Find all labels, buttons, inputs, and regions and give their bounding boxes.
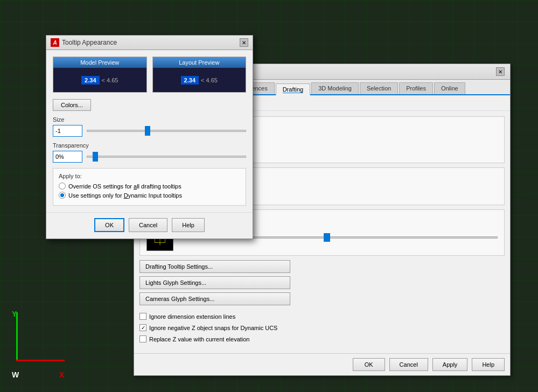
- axis-y-label: Y: [12, 310, 17, 318]
- tooltip-title-text: Tooltip Appearance: [62, 39, 117, 46]
- model-value2: < 4.65: [102, 77, 118, 83]
- tooltip-body: Model Preview 2.34 < 4.65 Layout Preview…: [46, 50, 253, 212]
- model-value1: 2.34: [81, 76, 99, 85]
- tooltip-dialog-buttons: OK Cancel Help: [46, 212, 253, 239]
- tab-drafting[interactable]: Drafting: [276, 83, 311, 95]
- axis-x-label: X: [59, 370, 64, 379]
- options-apply-button[interactable]: Apply: [432, 358, 468, 371]
- tooltip-appearance-dialog: A Tooltip Appearance ✕ Model Preview 2.3…: [46, 35, 253, 239]
- tooltip-title-left: A Tooltip Appearance: [51, 38, 117, 47]
- ignore-dimension-row: Ignore dimension extension lines: [139, 313, 505, 320]
- ignore-negative-z-checkbox[interactable]: [139, 324, 146, 331]
- ignore-dimension-checkbox[interactable]: [139, 313, 146, 320]
- tab-profiles[interactable]: Profiles: [399, 82, 433, 94]
- layout-value2: < 4.65: [201, 77, 218, 83]
- layout-preview-content: 2.34 < 4.65: [153, 68, 246, 92]
- apply-option2-label: Use settings only for Dynamic Input tool…: [68, 192, 182, 199]
- size-input-row: [53, 125, 246, 137]
- axis-y-line: [16, 312, 18, 361]
- replace-z-checkbox[interactable]: [139, 335, 146, 342]
- size-input[interactable]: [53, 125, 82, 137]
- tab-selection[interactable]: Selection: [360, 82, 398, 94]
- layout-preview-header: Layout Preview: [153, 57, 246, 68]
- tab-3d-modeling[interactable]: 3D Modeling: [311, 82, 359, 94]
- options-help-button[interactable]: Help: [472, 358, 505, 371]
- axis-x-line: [16, 360, 65, 361]
- transparency-label: Transparency: [53, 142, 246, 149]
- apply-option2-underline: D: [124, 192, 128, 199]
- apply-to-label: Apply to:: [59, 173, 240, 179]
- colors-button[interactable]: Colors...: [53, 99, 91, 111]
- tooltip-cancel-button[interactable]: Cancel: [129, 218, 167, 232]
- options-bottom-buttons: OK Cancel Apply Help: [134, 353, 510, 375]
- ignore-negative-z-row: Ignore negative Z object snaps for Dynam…: [139, 324, 505, 331]
- ignore-negative-z-label: Ignore negative Z object snaps for Dynam…: [149, 325, 277, 331]
- replace-z-row: Replace Z value with current elevation: [139, 335, 505, 342]
- transparency-slider-track: [87, 156, 246, 158]
- options-close-button[interactable]: ✕: [496, 67, 505, 76]
- settings-buttons-column: Drafting Tooltip Settings... Lights Glyp…: [139, 260, 505, 305]
- cameras-glyph-settings-button[interactable]: Cameras Glyph Settings...: [139, 292, 290, 305]
- apply-option1-row: Override OS settings for all drafting to…: [59, 183, 240, 190]
- tooltip-titlebar: A Tooltip Appearance ✕: [46, 36, 253, 50]
- model-preview-header: Model Preview: [53, 57, 146, 68]
- apply-to-section: Apply to: Override OS settings for all d…: [53, 168, 246, 206]
- apply-option1-underline: a: [134, 183, 137, 190]
- drafting-tooltip-settings-button[interactable]: Drafting Tooltip Settings...: [139, 260, 290, 273]
- apply-option1-label: Override OS settings for all drafting to…: [68, 183, 181, 190]
- tooltip-ok-button[interactable]: OK: [94, 218, 124, 232]
- lights-glyph-settings-button[interactable]: Lights Glyph Settings...: [139, 276, 290, 289]
- apply-option2-radio[interactable]: [59, 192, 66, 199]
- options-ok-button[interactable]: OK: [353, 358, 385, 371]
- model-preview-content: 2.34 < 4.65: [53, 68, 146, 92]
- autocad-icon: A: [51, 38, 59, 47]
- size-slider[interactable]: [87, 125, 246, 136]
- bottom-checkboxes: Ignore dimension extension lines Ignore …: [139, 310, 505, 348]
- apply-option2-row: Use settings only for Dynamic Input tool…: [59, 192, 240, 199]
- layout-value1: 2.34: [181, 76, 199, 85]
- transparency-slider[interactable]: [87, 151, 246, 162]
- transparency-slider-thumb[interactable]: [93, 152, 98, 162]
- options-cancel-button[interactable]: Cancel: [389, 358, 428, 371]
- aperture-slider-thumb[interactable]: [324, 233, 330, 242]
- size-slider-track: [87, 130, 246, 132]
- tooltip-close-button[interactable]: ✕: [240, 38, 248, 47]
- axis-w-label: W: [12, 370, 19, 379]
- transparency-input-row: [53, 151, 246, 163]
- model-preview-box: Model Preview 2.34 < 4.65: [53, 57, 147, 93]
- replace-z-label: Replace Z value with current elevation: [149, 336, 249, 342]
- tooltip-help-button[interactable]: Help: [172, 218, 205, 232]
- apply-option1-radio[interactable]: [59, 183, 66, 190]
- size-label: Size: [53, 116, 246, 123]
- size-slider-thumb[interactable]: [145, 126, 150, 136]
- layout-preview-box: Layout Preview 2.34 < 4.65: [152, 57, 247, 93]
- ignore-dimension-label: Ignore dimension extension lines: [149, 313, 235, 320]
- tab-online[interactable]: Online: [434, 82, 465, 94]
- transparency-section: Transparency: [53, 142, 246, 163]
- size-section: Size: [53, 116, 246, 137]
- transparency-input[interactable]: [53, 151, 82, 163]
- preview-row: Model Preview 2.34 < 4.65 Layout Preview…: [53, 57, 246, 93]
